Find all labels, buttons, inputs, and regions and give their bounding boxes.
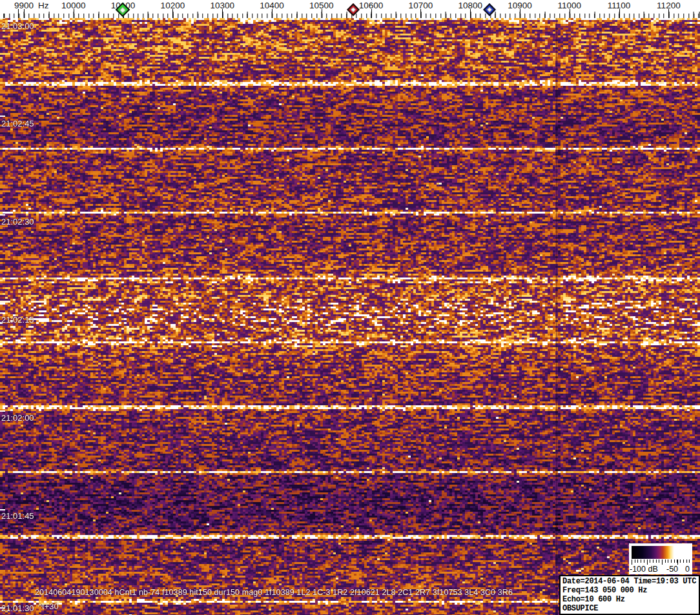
freq-tick-label: 10900 xyxy=(508,1,532,10)
observation-info-box: Date=2014-06-04 Time=19:03 UTC Freq=143 … xyxy=(559,575,700,615)
freq-tick-label: 10700 xyxy=(409,1,433,10)
freq-tick-label: 10600 xyxy=(359,1,384,10)
freq-tick-label: 10500 xyxy=(309,1,334,10)
time-label: 21:02:15 xyxy=(1,315,34,325)
freq-tick-label: 11100 xyxy=(608,1,631,10)
freq-tick-label: 10000 xyxy=(61,1,86,10)
spectrum-analyzer-window: Hz 9900100001010010200103001040010500106… xyxy=(0,0,700,615)
db-color-scale: -100 dB -50 0 xyxy=(629,543,692,574)
freq-tick-label: 10200 xyxy=(161,1,185,10)
freq-tick-label: 10300 xyxy=(210,1,234,10)
time-label: 21:01:30 xyxy=(1,603,34,613)
info-echo: Echo=10 600 Hz xyxy=(562,595,699,604)
time-label: 21:02:30 xyxy=(1,217,34,227)
frequency-ruler: Hz 9900100001010010200103001040010500106… xyxy=(0,0,700,18)
freq-tick-label: 10800 xyxy=(458,1,482,10)
green-diamond-center xyxy=(119,6,126,13)
db-min-label: -100 dB xyxy=(630,565,658,574)
freq-tick-label: 11200 xyxy=(657,1,681,10)
info-station: OBSUPICE xyxy=(562,604,699,613)
info-frequency: Freq=143 050 000 Hz xyxy=(562,586,699,595)
red-diamond-center xyxy=(351,7,356,12)
color-gradient-bar xyxy=(632,546,690,559)
spectrogram-waterfall[interactable] xyxy=(0,18,700,615)
time-label: 21:02:45 xyxy=(1,119,34,128)
time-label: 21:03:00 xyxy=(1,21,34,31)
detection-log-text: 20140604190130004 hCnt1 nb-74 f10389 hit… xyxy=(35,588,513,597)
freq-tick-label: 11000 xyxy=(558,1,582,10)
freq-tick-label: 10400 xyxy=(260,1,284,10)
legend-major-ticks xyxy=(632,560,690,565)
db-mid-label: -50 xyxy=(666,565,678,574)
db-max-label: 0 xyxy=(685,565,690,574)
cursor-time-offset-label: ^t+30 xyxy=(38,601,59,611)
frequency-unit-label: Hz xyxy=(38,1,49,10)
freq-tick-label: 9900 xyxy=(14,1,34,10)
time-label: 21:01:45 xyxy=(1,511,34,521)
blue-diamond-center xyxy=(487,7,492,12)
time-label: 21:02:00 xyxy=(1,413,34,423)
info-date-time: Date=2014-06-04 Time=19:03 UTC xyxy=(562,577,699,586)
